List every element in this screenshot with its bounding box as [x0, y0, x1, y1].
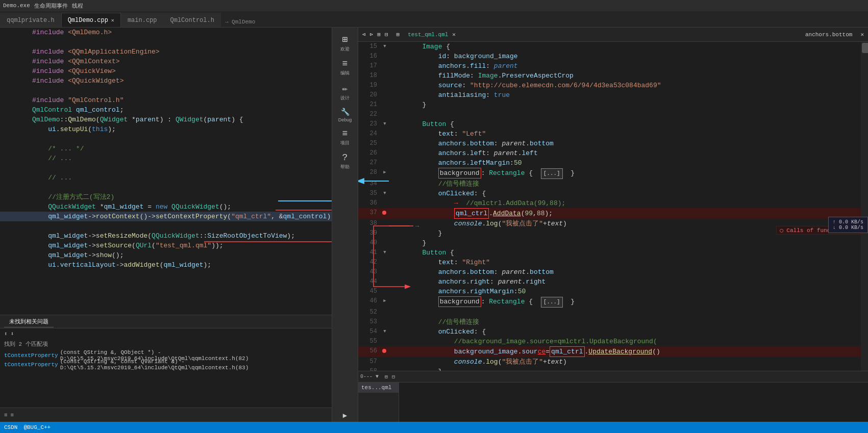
right-bottom-panel: 0--- ▼ ⊞ ⊟ tes...qml — [358, 371, 868, 422]
sidebar-help[interactable]: ? 帮助 — [334, 150, 356, 172]
sidebar-debug[interactable]: 🔧 Debug — [334, 106, 356, 124]
code-line: ui.verticalLayout->addWidget(qml_widget)… — [0, 260, 332, 270]
right-pane: ⊲ ⊳ ⊞ ⊟ ⊞ test_qml.qml ✕ anchors.bottom … — [358, 28, 868, 422]
menu-lifecycle[interactable]: 生命周期事件 — [34, 2, 68, 10]
qml-line-22: 22 — [358, 110, 861, 119]
search-results[interactable]: tContextProperty (const QString &, QObje… — [0, 349, 332, 407]
breadcrumb: → QmlDemo — [225, 19, 255, 27]
match-count: 找到 2 个匹配项 — [0, 339, 332, 349]
code-line: #include <QmlDemo.h> — [0, 28, 332, 37]
qml-line-58: 58 } — [358, 367, 861, 371]
left-code-area[interactable]: #include <QmlDemo.h> #include <QQmlAppli… — [0, 28, 332, 315]
tab-main-cpp[interactable]: main.cpp — [121, 13, 164, 27]
qml-filename: test_qml.qml — [408, 32, 448, 38]
sort-icon2[interactable]: ⬇ — [11, 330, 14, 337]
qml-line-35: 35 ▼ onClicked: { — [358, 189, 861, 198]
tab-bar: qqmlprivate.h QmlDemo.cpp ✕ main.cpp Qml… — [0, 11, 868, 28]
code-line: QmlControl qml_control; — [0, 105, 332, 115]
qml-line-40: 40 } — [358, 238, 861, 248]
bug-label: @BUG_C++ — [23, 424, 51, 430]
code-line: // ... — [0, 154, 332, 163]
tab-qmldemo-cpp[interactable]: QmlDemo.cpp ✕ — [61, 13, 121, 27]
sidebar-welcome[interactable]: ⊞ 欢迎 — [334, 32, 356, 55]
tab-qmlcontrol[interactable]: QmlControl.h — [163, 13, 220, 27]
background-keyword2: background — [438, 296, 481, 307]
sidebar-icons: ⊞ 欢迎 ≡ 编辑 ✏ 设计 🔧 Debug ≡ 项目 ? 帮助 — [332, 28, 358, 422]
menu-threads[interactable]: 线程 — [72, 2, 83, 10]
sidebar-edit[interactable]: ≡ 编辑 — [334, 57, 356, 79]
sidebar-design[interactable]: ✏ 设计 — [334, 81, 356, 104]
tes-qml-tab[interactable]: tes...qml — [358, 383, 399, 393]
tab-issues[interactable]: 未找到相关问题 — [4, 316, 54, 327]
qml-line-42: 42 text: "Right" — [358, 258, 861, 267]
bottom-status: ≡ ≡ — [0, 407, 332, 422]
csdn-label: CSDN — [4, 424, 17, 430]
sidebar-project[interactable]: ≡ 项目 — [334, 126, 356, 148]
qml-line-36: 36 → //qmlctrl.AddData(99,88); — [358, 198, 861, 208]
qml-top-bar: ⊲ ⊳ ⊞ ⊟ ⊞ test_qml.qml ✕ anchors.bottom … — [358, 28, 868, 42]
tab-qqmlprivate[interactable]: qqmlprivate.h — [0, 13, 61, 27]
right-scrollbar[interactable] — [861, 42, 868, 371]
qml-line-18: 18 fillMode: Image.PreserveAspectCrop — [358, 71, 861, 81]
scrollbar-thumb[interactable] — [862, 43, 868, 53]
match-count-area: ⬆ ⬇ — [0, 328, 332, 339]
qml-line-54: 54 ▼ onClicked: { — [358, 327, 861, 337]
qml-line-46: 46 ▶ background: Rectangle { [...] } — [358, 296, 861, 308]
help-icon: ? — [342, 152, 348, 163]
sort-icon[interactable]: ⬆ — [4, 330, 8, 337]
code-line: #include "QmlControl.h" — [0, 95, 332, 105]
code-line: #include <QQmlApplicationEngine> — [0, 47, 332, 57]
anchors-bottom-label: anchors.bottom — [805, 32, 852, 38]
code-line: qml_widget->setSource(QUrl("test_qml.qml… — [0, 241, 332, 250]
search-result-item[interactable]: tContextProperty (const QString &, const… — [0, 360, 332, 369]
qml-line-23: 23 ▼ Button { — [358, 119, 861, 129]
qml-line-44: 44 anchors.right: parent.right — [358, 277, 861, 287]
qml-line-16: 16 id: background_image — [358, 52, 861, 61]
qml-editor-area: → 15 ▼ Image { 16 id: background_image — [358, 42, 868, 371]
qml-line-57: 57 console.log("我被点击了"+text) — [358, 357, 861, 367]
qml-line-28: 28 ▶ background: Rectangle { [...] } — [358, 168, 861, 179]
main-area: #include <QmlDemo.h> #include <QQmlAppli… — [0, 28, 868, 422]
status-bar: CSDN @BUG_C++ — [0, 422, 868, 433]
qml-line-41: 41 ▼ Button { — [358, 248, 861, 258]
background-keyword: background — [438, 168, 481, 179]
code-line — [0, 134, 332, 144]
qml-line-19: 19 source: "http://cube.elemecdn.com/6/9… — [358, 81, 861, 90]
tab-close-icon[interactable]: ✕ — [111, 17, 114, 23]
welcome-icon: ⊞ — [342, 34, 348, 45]
net-stats-box: ↑ 0.0 KB/s ↓ 0.0 KB/s — [828, 217, 868, 233]
code-line — [0, 86, 332, 95]
qml-line-25: 25 anchors.bottom: parent.bottom — [358, 139, 861, 148]
code-line: // ... — [0, 173, 332, 183]
code-line: #include <QQmlContext> — [0, 57, 332, 66]
code-line — [0, 37, 332, 47]
qml-line-39: 39 } — [358, 228, 861, 238]
setcontextproperty-line: qml_widget->rootContext()->setContextPro… — [0, 212, 332, 221]
code-line — [0, 183, 332, 192]
qml-ctrl-box2: qml_ctrl — [550, 346, 584, 357]
right-bottom-content: tes...qml — [358, 383, 868, 422]
qml-ctrl-box: qml_ctrl — [454, 208, 489, 219]
qml-line-20: 20 antialiasing: true — [358, 90, 861, 100]
code-line: qml_widget->show(); — [0, 250, 332, 260]
edit-icon: ≡ — [342, 59, 348, 69]
app-title: Demo.exe — [3, 3, 30, 9]
code-line: QQuickWidget *qml_widget = new QQuickWid… — [0, 202, 332, 212]
code-line — [0, 163, 332, 173]
sidebar-terminal[interactable]: ▶ — [334, 409, 356, 422]
code-line: #include <QQuickView> — [0, 66, 332, 76]
code-line: /* ... */ — [0, 144, 332, 154]
qml-line-56: 56 background_image.source=qml_ctrl.Upda… — [358, 346, 861, 357]
code-line: QmlDemo::QmlDemo(QWidget *parent) : QWid… — [0, 115, 332, 124]
qml-line-27: 27 anchors.leftMargin:50 — [358, 158, 861, 168]
net-down: ↓ 0.0 KB/s — [833, 225, 863, 231]
app-container: Demo.exe 生命周期事件 线程 qqmlprivate.h QmlDemo… — [0, 0, 868, 433]
qml-line-21: 21 } — [358, 100, 861, 110]
net-up: ↑ 0.0 KB/s — [833, 219, 863, 225]
debug-icon: 🔧 — [341, 108, 350, 116]
terminal-icon: ▶ — [343, 411, 347, 420]
qml-line-26: 26 anchors.left: parent.left — [358, 148, 861, 158]
qml-line-55: 55 //background_image.source=qmlctrl.Upd… — [358, 337, 861, 346]
qml-code-scroll[interactable]: → 15 ▼ Image { 16 id: background_image — [358, 42, 861, 371]
qml-line-38: 38 console.log("我被点击了"+text) — [358, 219, 861, 228]
